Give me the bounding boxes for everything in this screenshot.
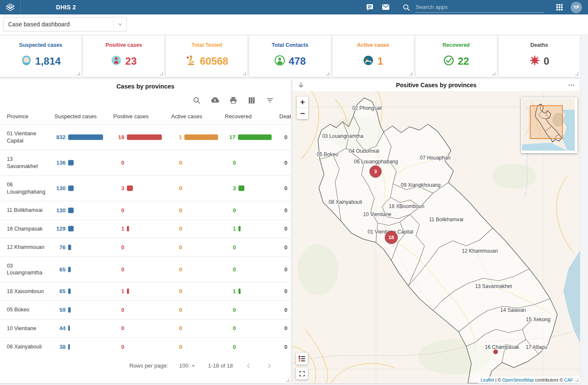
province-label: 08 Xainyabouli	[329, 199, 362, 205]
map-panel-title: Positive Cases by provinces	[310, 82, 563, 88]
prev-page-button[interactable]	[244, 361, 253, 371]
zoom-in-button[interactable]: +	[297, 97, 308, 108]
check-circle-icon	[443, 55, 454, 68]
table-row[interactable]: 06 Louangphabang 130 3 0 3 0	[0, 175, 291, 201]
caret-down-icon	[190, 362, 197, 369]
map-panel: Positive Cases by provinces	[293, 79, 580, 383]
resize-handle[interactable]	[77, 72, 80, 75]
fullscreen-icon	[298, 370, 306, 377]
page-range: 1-18 of 18	[208, 362, 233, 369]
table-row[interactable]: 18 Xaisomboun 65 1 0 1 0	[0, 282, 291, 301]
stat-card-suspected-cases[interactable]: Suspected cases 1,814	[0, 36, 81, 77]
stat-card-positive-cases[interactable]: Positive cases 23	[83, 36, 164, 77]
stat-card-value: 478	[289, 55, 306, 67]
province-cell: 08 Xainyabouli	[0, 338, 48, 356]
col-header-province[interactable]: Province	[0, 113, 48, 120]
user-avatar[interactable]: YP	[571, 2, 582, 13]
print-icon[interactable]	[229, 96, 238, 105]
stat-card-recovered[interactable]: Recovered 22	[416, 36, 497, 77]
table-row[interactable]: 05 Bokeo 59 0 0 0 0	[0, 300, 291, 319]
province-label: 09 Xiangkhouang	[401, 182, 440, 188]
table-row[interactable]: 13 Savannakhet 136 0 0 0 0	[0, 150, 291, 175]
province-cell: 16 Champasak	[0, 220, 48, 238]
resize-handle[interactable]	[326, 72, 329, 75]
resize-handle[interactable]	[286, 379, 289, 382]
province-label: 05 Bokeo	[317, 151, 338, 157]
more-options-icon[interactable]	[563, 81, 580, 89]
map-zoom-control: + −	[297, 97, 308, 119]
zoom-out-button[interactable]: −	[297, 108, 308, 119]
table-row[interactable]: 16 Champasak 129 1 0 1 0	[0, 220, 291, 238]
province-label: 03 Louangnamtha	[322, 133, 364, 139]
columns-icon[interactable]	[247, 96, 256, 105]
attribution-link[interactable]: OpenStreetMap	[502, 377, 534, 382]
table-row[interactable]: 11 Bolikhamxai 130 0 0 0 0	[0, 201, 291, 220]
top-app-bar: DHIS 2 YP	[0, 0, 588, 14]
col-header-recovered[interactable]: Recovered	[218, 113, 272, 120]
col-header-suspected[interactable]: Suspected cases	[48, 113, 106, 120]
stat-card-total-contacts[interactable]: Total Contacts 478	[249, 36, 330, 77]
dashboard-selector[interactable]: Case based dashboard	[3, 17, 127, 31]
table-row[interactable]: 08 Xainyabouli 38 0 0 0 0	[0, 337, 291, 356]
stat-card-value: 23	[125, 55, 137, 67]
resize-handle[interactable]	[243, 72, 246, 75]
person-icon	[111, 55, 122, 68]
map-canvas[interactable]: 02 Phongsali03 Louangnamtha05 Bokeo04 Ou…	[293, 91, 580, 383]
table-row[interactable]: 10 Vientiane 44 0 0 0 0	[0, 319, 291, 338]
mail-icon[interactable]	[381, 2, 391, 12]
province-cell: 12 Khammouan	[0, 238, 48, 257]
dhis2-logo[interactable]	[0, 0, 21, 14]
stat-card-value: 0	[544, 55, 549, 67]
province-cell: 18 Xaisomboun	[0, 282, 48, 301]
province-cell: 03 Louangnamtha	[0, 257, 48, 282]
province-cell: 11 Bolikhamxai	[0, 201, 48, 220]
rows-per-page-label: Rows per page:	[129, 362, 168, 369]
search-icon[interactable]	[192, 96, 201, 105]
rows-per-page-select[interactable]: 100	[179, 362, 197, 369]
contact-icon	[274, 55, 285, 68]
download-icon[interactable]	[210, 96, 220, 105]
dashboard-selector-strip: Case based dashboard	[0, 14, 588, 34]
resize-handle[interactable]	[160, 72, 163, 75]
resize-handle[interactable]	[492, 72, 495, 75]
case-cluster-marker[interactable]: 3	[370, 165, 381, 177]
search-apps-input[interactable]	[415, 2, 544, 13]
stat-card-active-cases[interactable]: Active cases 1	[333, 36, 414, 77]
resize-handle[interactable]	[575, 72, 578, 75]
search-icon[interactable]	[401, 2, 411, 12]
overview-minimap[interactable]	[521, 97, 577, 153]
stat-card-deaths[interactable]: Deaths 0	[499, 36, 580, 77]
table-panel-title: Cases by provinces	[0, 79, 291, 90]
province-label: 11 Bolikhamxai	[429, 217, 463, 222]
table-row[interactable]: 01 Vientiane Capital 832 18 1 17 0	[0, 124, 291, 150]
case-cluster-marker[interactable]: 18	[385, 231, 398, 244]
attribution-link[interactable]: CAF	[564, 377, 573, 382]
fullscreen-button[interactable]	[296, 368, 308, 379]
col-header-positive[interactable]: Positive cases	[106, 113, 164, 120]
table-row[interactable]: 03 Louangnamtha 65 0 0 0 0	[0, 257, 291, 282]
filter-icon[interactable]	[265, 96, 275, 105]
stat-cards-row: Suspected cases 1,814 Positive cases 23 …	[0, 36, 580, 77]
table-row[interactable]: 12 Khammouan 76 0 0 0 0	[0, 238, 291, 257]
next-page-button[interactable]	[264, 361, 274, 371]
microscope-icon	[185, 55, 196, 68]
arrow-down-icon[interactable]	[293, 81, 310, 89]
col-header-deaths[interactable]: Deaths	[272, 113, 291, 120]
stat-card-value: 1,814	[35, 55, 61, 67]
table-toolbar	[0, 90, 291, 109]
resize-handle[interactable]	[575, 379, 578, 382]
col-header-active[interactable]: Active cases	[164, 113, 218, 120]
chevron-down-icon	[114, 20, 126, 28]
resize-handle[interactable]	[409, 72, 412, 75]
attribution-link[interactable]: Leaflet	[481, 377, 494, 382]
province-cell: 13 Savannakhet	[0, 150, 48, 175]
stat-card-total-tested[interactable]: Total Tested 60568	[166, 36, 247, 77]
province-label: 10 Vientiane	[363, 211, 392, 217]
cases-table-panel: Cases by provinces Province Suspected ca…	[0, 79, 291, 383]
apps-grid-icon[interactable]	[554, 2, 565, 12]
dhis2-dashboard-page: DHIS 2 YP Case based dashboard	[0, 0, 588, 385]
messages-icon[interactable]	[364, 2, 375, 12]
case-dot-marker[interactable]	[493, 350, 498, 354]
province-label: 12 Khammouan	[462, 248, 498, 254]
legend-button[interactable]	[296, 353, 308, 365]
